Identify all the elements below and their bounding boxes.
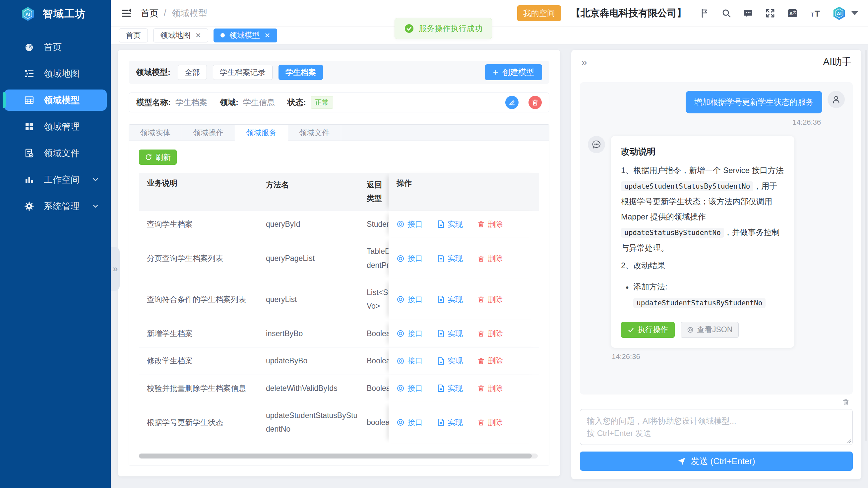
sidebar-item-领域管理[interactable]: 领域管理 <box>0 116 111 137</box>
cell-return-type: Boolean <box>359 320 389 347</box>
view-api-icon <box>397 295 404 303</box>
filter-option[interactable]: 全部 <box>178 65 207 80</box>
open-tab[interactable]: 领域地图 ✕ <box>153 29 208 42</box>
grid-icon <box>24 121 34 132</box>
trash-icon <box>531 99 539 106</box>
sidebar-item-label: 工作空间 <box>44 174 80 186</box>
sidebar-item-领域文件[interactable]: 领域文件 <box>0 143 111 164</box>
close-icon[interactable]: ✕ <box>265 31 271 39</box>
sidebar-item-领域模型[interactable]: 领域模型 <box>4 90 107 111</box>
table-row: 查询符合条件的学生档案列表 queryList List<Stu Vo> 接口 <box>139 279 539 320</box>
cell-method-name: updateStudentStatusByStudentNo <box>258 402 359 443</box>
menu-fold-icon[interactable] <box>121 8 132 19</box>
document-icon <box>437 418 444 426</box>
horizontal-scrollbar-thumb[interactable] <box>139 454 532 458</box>
model-detail-tab[interactable]: 领域实体 <box>129 125 182 141</box>
cell-return-type: boolean <box>359 402 389 443</box>
status-label: 状态: <box>287 97 306 108</box>
search-icon[interactable] <box>721 8 732 18</box>
api-action-link[interactable]: 接口 <box>397 383 423 394</box>
trash-icon <box>477 330 485 337</box>
sidebar-item-首页[interactable]: 首页 <box>0 36 111 58</box>
delete-model-button[interactable] <box>528 96 542 109</box>
api-action-link[interactable]: 接口 <box>397 219 423 230</box>
delete-action-link[interactable]: 删除 <box>477 329 503 339</box>
cell-actions: 接口 实现 删除 <box>389 279 539 320</box>
table-row: 查询学生档案 queryById Student 接口 实现 <box>139 211 539 238</box>
api-action-link[interactable]: 接口 <box>397 329 423 339</box>
ai-question-input[interactable]: 输入您的问题，AI将协助您设计领域模型... 按 Ctrl+Enter 发送 <box>580 409 853 445</box>
translate-icon[interactable]: A 文 <box>787 8 798 19</box>
my-workspace-badge[interactable]: 我的空间 <box>517 5 561 21</box>
view-json-button[interactable]: 查看JSON <box>681 322 739 338</box>
cell-business-desc: 分页查询学生档案列表 <box>139 238 258 279</box>
collapse-panel-icon[interactable]: » <box>581 57 587 67</box>
table-header: 业务说明 方法名 返回类型 操作 <box>139 173 539 211</box>
open-tab[interactable]: 首页 <box>119 29 148 42</box>
view-api-icon <box>397 357 404 365</box>
delete-action-link[interactable]: 删除 <box>477 295 503 305</box>
input-placeholder-line1: 输入您的问题，AI将协助您设计领域模型... <box>587 415 846 427</box>
breadcrumb-current: 领域模型 <box>172 7 208 19</box>
model-detail-tab[interactable]: 领域文件 <box>288 125 341 141</box>
map-list-icon <box>24 68 34 79</box>
user-avatar-menu[interactable]: AI <box>832 6 858 21</box>
implementation-action-link[interactable]: 实现 <box>437 383 463 394</box>
delete-action-link[interactable]: 删除 <box>477 253 503 264</box>
implementation-action-link[interactable]: 实现 <box>437 329 463 339</box>
api-action-link[interactable]: 接口 <box>397 356 423 366</box>
gear-icon <box>24 201 34 212</box>
sidebar-item-系统管理[interactable]: 系统管理 <box>0 195 111 217</box>
edit-model-button[interactable] <box>505 96 519 109</box>
implementation-action-link[interactable]: 实现 <box>437 417 463 428</box>
implementation-action-link[interactable]: 实现 <box>437 253 463 264</box>
sidebar-item-领域地图[interactable]: 领域地图 <box>0 63 111 84</box>
implementation-action-link[interactable]: 实现 <box>437 219 463 230</box>
model-name-value: 学生档案 <box>176 97 207 108</box>
col-header-return: 返回类型 <box>359 173 389 211</box>
filter-option[interactable]: 学生档案记录 <box>213 65 273 80</box>
avatar: AI <box>832 6 847 21</box>
cell-method-name: queryList <box>258 279 359 320</box>
clear-chat-icon[interactable] <box>842 398 849 406</box>
horizontal-scrollbar <box>139 454 538 458</box>
api-action-link[interactable]: 接口 <box>397 295 423 305</box>
delete-action-link[interactable]: 删除 <box>477 417 503 428</box>
main-column: 首页 / 领域模型 我的空间 【北京犇电科技有限公司】 <box>111 0 868 488</box>
fullscreen-icon[interactable] <box>765 8 775 18</box>
cell-method-name: deleteWithValidByIds <box>258 375 359 402</box>
font-size-icon[interactable]: T T <box>810 8 821 18</box>
cell-method-name: updateByBo <box>258 347 359 374</box>
breadcrumb-home[interactable]: 首页 <box>141 7 158 19</box>
open-tab[interactable]: 领域模型 ✕ <box>214 29 278 42</box>
delete-action-link[interactable]: 删除 <box>477 219 503 230</box>
message-icon[interactable] <box>743 8 753 18</box>
topbar-tools: A 文 T T <box>700 8 821 19</box>
implementation-action-link[interactable]: 实现 <box>437 356 463 366</box>
api-action-link[interactable]: 接口 <box>397 253 423 264</box>
toast-message: 服务操作执行成功 <box>419 23 483 34</box>
close-icon[interactable]: ✕ <box>195 31 201 39</box>
check-circle-icon <box>404 24 414 33</box>
resize-handle[interactable] <box>846 438 851 443</box>
model-detail-tab[interactable]: 领域操作 <box>182 125 235 141</box>
api-action-link[interactable]: 接口 <box>397 417 423 428</box>
sidebar-collapse-handle[interactable]: » <box>111 247 120 291</box>
sidebar-item-工作空间[interactable]: 工作空间 <box>0 169 111 190</box>
delete-action-link[interactable]: 删除 <box>477 356 503 366</box>
model-name-label: 模型名称: <box>136 97 171 108</box>
implementation-action-link[interactable]: 实现 <box>437 295 463 305</box>
user-avatar <box>828 91 845 108</box>
execute-action-button[interactable]: 执行操作 <box>621 322 675 338</box>
vertical-scrollbar-thumb[interactable] <box>865 50 867 441</box>
flag-icon[interactable] <box>700 8 710 18</box>
create-model-button[interactable]: + 创建模型 <box>485 64 542 80</box>
filter-option[interactable]: 学生档案 <box>279 65 323 80</box>
refresh-button[interactable]: 刷新 <box>139 150 177 165</box>
delete-action-link[interactable]: 删除 <box>477 383 503 394</box>
ai-hexagon-icon: AI <box>20 6 36 22</box>
send-button[interactable]: 发送 (Ctrl+Enter) <box>580 452 853 471</box>
person-icon <box>832 95 841 104</box>
status-badge: 正常 <box>311 96 333 109</box>
model-detail-tab[interactable]: 领域服务 <box>235 125 288 141</box>
